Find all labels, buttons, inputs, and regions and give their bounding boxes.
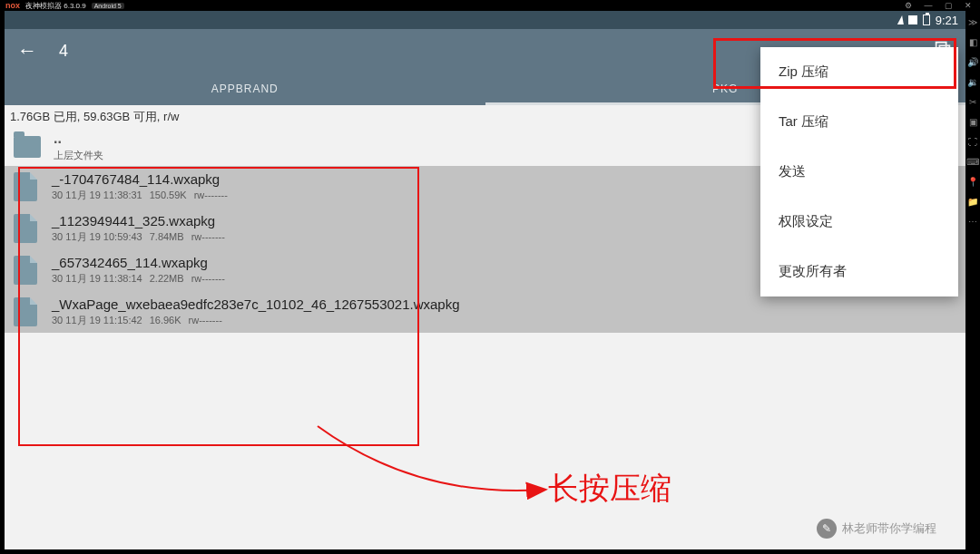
volume-up-icon[interactable]: 🔊 (967, 56, 978, 67)
page-title: 4 (59, 42, 68, 61)
file-name: _657342465_114.wxapkg (52, 255, 232, 270)
nox-logo: nox (5, 1, 20, 10)
file-icon (14, 256, 37, 285)
watermark-text: 林老师带你学编程 (842, 520, 936, 537)
file-row[interactable]: _WxaPage_wxebaea9edfc283e7c_10102_46_126… (5, 291, 965, 333)
android-statusbar: 9:21 (5, 11, 965, 29)
more-icon[interactable]: ⋯ (967, 216, 978, 227)
menu-perm[interactable]: 权限设定 (760, 197, 958, 247)
android-badge: Android 5 (92, 3, 124, 9)
battery-icon (923, 15, 930, 25)
context-menu: Zip 压缩 Tar 压缩 发送 权限设定 更改所有者 (760, 47, 958, 296)
file-name: _WxaPage_wxebaea9edfc283e7c_10102_46_126… (52, 296, 460, 312)
parent-dots: .. (54, 131, 103, 147)
maximize-icon[interactable]: ▢ (942, 1, 955, 10)
menu-tar[interactable]: Tar 压缩 (760, 97, 958, 147)
file-meta: 30 11月 19 11:38:31150.59Krw------- (52, 189, 235, 202)
signal-icon (908, 15, 917, 24)
tab-appbrand[interactable]: APPBRAND (5, 73, 485, 105)
parent-label: 上层文件夹 (54, 149, 103, 162)
file-icon (14, 214, 37, 243)
screenshot-icon[interactable]: ▣ (967, 116, 978, 127)
window-controls: ⚙ — ▢ ✕ (902, 1, 975, 10)
keyboard-icon[interactable]: ⌨ (967, 156, 978, 167)
tool-icon[interactable]: ◧ (967, 36, 978, 47)
file-name: _-1704767484_114.wxapkg (52, 171, 235, 187)
volume-down-icon[interactable]: 🔉 (967, 76, 978, 87)
settings-icon[interactable]: ⚙ (902, 1, 915, 10)
emulator-window: nox 夜神模拟器 6.3.0.9 Android 5 ⚙ — ▢ ✕ ≫ ◧ … (0, 0, 980, 554)
wifi-icon (896, 15, 904, 24)
file-icon (14, 297, 37, 326)
folder-tool-icon[interactable]: 📁 (967, 196, 978, 207)
menu-zip[interactable]: Zip 压缩 (760, 47, 958, 97)
menu-send[interactable]: 发送 (760, 147, 958, 197)
file-meta: 30 11月 19 11:38:142.22MBrw------- (52, 272, 232, 286)
wechat-icon: ✎ (817, 519, 837, 539)
scissors-icon[interactable]: ✂ (967, 96, 978, 107)
fullscreen-icon[interactable]: ⛶ (967, 136, 978, 147)
back-icon[interactable]: ← (17, 39, 37, 63)
folder-icon (14, 136, 41, 158)
close-icon[interactable]: ✕ (962, 1, 975, 10)
side-toolbar: ≫ ◧ 🔊 🔉 ✂ ▣ ⛶ ⌨ 📍 📁 ⋯ (965, 11, 980, 549)
expand-icon[interactable]: ≫ (967, 16, 978, 27)
emulator-screen: 9:21 ← 4 APPBRAND PKG 1.76GB 已用, 59.63GB… (5, 11, 965, 549)
file-name: _1123949441_325.wxapkg (52, 213, 232, 228)
file-meta: 30 11月 19 10:59:437.84MBrw------- (52, 230, 232, 244)
file-icon (14, 172, 37, 201)
titlebar: nox 夜神模拟器 6.3.0.9 Android 5 ⚙ — ▢ ✕ (0, 0, 980, 11)
location-icon[interactable]: 📍 (967, 176, 978, 187)
minimize-icon[interactable]: — (922, 1, 935, 10)
window-title: 夜神模拟器 6.3.0.9 (25, 1, 86, 11)
watermark: ✎ 林老师带你学编程 (817, 519, 936, 539)
file-meta: 30 11月 19 11:15:4216.96Krw------- (52, 314, 460, 327)
clock: 9:21 (936, 14, 958, 27)
menu-owner[interactable]: 更改所有者 (760, 247, 958, 296)
